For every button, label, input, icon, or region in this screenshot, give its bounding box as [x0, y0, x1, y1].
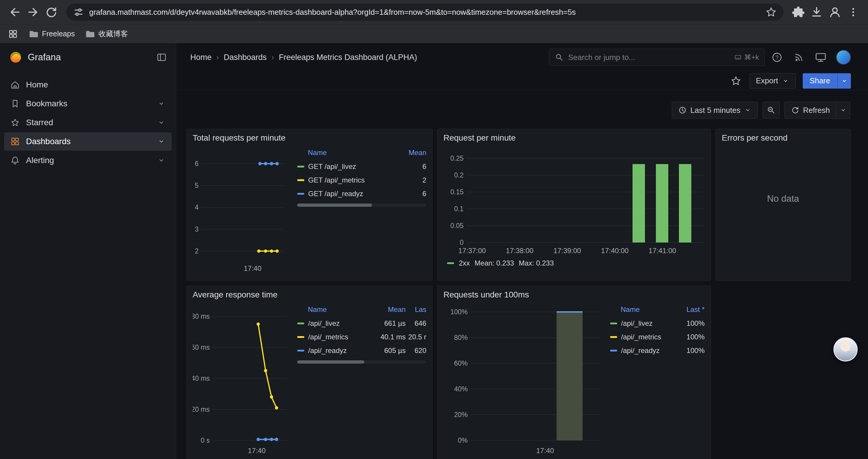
svg-text:0.05: 0.05 — [450, 222, 464, 230]
legend-row[interactable]: /api/_livez661 µs646 — [297, 317, 426, 330]
breadcrumb-current: Freeleaps Metrics Dashboard (ALPHA) — [279, 53, 417, 62]
svg-text:2: 2 — [195, 247, 198, 255]
panel-title[interactable]: Requests under 100ms — [443, 290, 705, 299]
series-swatch — [610, 323, 617, 324]
legend-col-mean[interactable]: Mean — [370, 305, 406, 314]
series-name[interactable]: GET /api/_readyz — [297, 190, 400, 198]
panel-errors-per-second: Errors per second No data — [716, 129, 850, 281]
legend-col-name[interactable]: Name — [297, 149, 400, 157]
sidebar-item-alerting[interactable]: Alerting — [4, 151, 172, 169]
profile-button[interactable] — [827, 4, 843, 21]
series-value: 40.1 ms — [370, 333, 406, 341]
reload-button[interactable] — [43, 4, 60, 21]
export-button[interactable]: Export — [749, 73, 795, 89]
search-input[interactable] — [568, 53, 730, 62]
series-name[interactable]: GET /api/_metrics — [297, 176, 400, 184]
app-header: Home › Dashboards › Freeleaps Metrics Da… — [176, 43, 868, 71]
sidebar-item-home[interactable]: Home — [4, 76, 172, 94]
rss-icon — [793, 52, 805, 63]
legend-scrollbar[interactable] — [297, 203, 426, 207]
favorite-dashboard-button[interactable] — [730, 74, 742, 88]
series-name[interactable]: /api/_livez — [610, 319, 678, 328]
menu-button[interactable] — [845, 4, 862, 21]
legend-row[interactable]: 2xx Mean: 0.233 Max: 0.233 — [447, 259, 705, 267]
legend-row[interactable]: GET /api/_livez6 — [297, 160, 426, 173]
svg-text:17:40: 17:40 — [244, 264, 261, 272]
url-bar[interactable]: grafana.mathmast.com/d/deytv4rwavabkb/fr… — [66, 4, 783, 21]
bookmark-label: Freeleaps — [42, 30, 75, 38]
sidebar-item-dashboards[interactable]: Dashboards — [4, 132, 172, 151]
series-name[interactable]: /api/_metrics — [610, 333, 678, 341]
bookmark-star-icon[interactable] — [765, 6, 777, 18]
panel-title[interactable]: Average response time — [193, 290, 426, 299]
legend-table: Name Mean GET /api/_livez6GET /api/_metr… — [297, 146, 426, 274]
requests-under-100ms-chart: 100%80%60%40%20%0%17:40 — [443, 302, 603, 459]
legend-col-name[interactable]: Name — [297, 305, 370, 314]
svg-text:17:40: 17:40 — [248, 447, 266, 455]
series-name[interactable]: /api/_metrics — [297, 333, 370, 341]
sidebar-item-bookmarks[interactable]: Bookmarks — [4, 95, 172, 113]
extensions-button[interactable] — [790, 4, 807, 21]
downloads-button[interactable] — [808, 4, 825, 21]
legend-scrollbar[interactable] — [297, 360, 426, 364]
series-name[interactable]: GET /api/_livez — [297, 162, 400, 171]
bookmark-folder-blogs[interactable]: 收藏博客 — [85, 29, 128, 39]
back-button[interactable] — [6, 4, 23, 21]
svg-text:20 ms: 20 ms — [193, 405, 210, 413]
keyboard-icon — [734, 54, 742, 61]
refresh-interval-caret[interactable] — [836, 102, 850, 119]
zoom-out-button[interactable] — [763, 102, 780, 119]
legend-col-last[interactable]: Last * — [678, 305, 705, 314]
svg-text:17:40: 17:40 — [536, 447, 554, 455]
chevron-down-icon — [744, 106, 752, 114]
panel-title[interactable]: Request per minute — [443, 133, 705, 143]
url-text[interactable]: grafana.mathmast.com/d/deytv4rwavabkb/fr… — [89, 8, 761, 17]
bookmark-folder-freeleaps[interactable]: Freeleaps — [28, 29, 75, 39]
help-button[interactable]: ? — [771, 51, 783, 64]
news-button[interactable] — [793, 51, 805, 64]
user-avatar[interactable] — [836, 50, 851, 65]
search-box[interactable]: ⌘+k — [549, 49, 765, 66]
svg-text:0.25: 0.25 — [450, 155, 464, 162]
sidebar-collapse-icon[interactable] — [156, 52, 167, 63]
sidebar-nav: Home Bookmarks Starred Dashboards — [0, 71, 176, 169]
legend-row[interactable]: GET /api/_readyz6 — [297, 187, 426, 201]
svg-text:5: 5 — [195, 182, 198, 189]
legend-col-name[interactable]: Name — [610, 305, 678, 314]
series-value: 100% — [678, 347, 705, 355]
series-name[interactable]: /api/_livez — [297, 319, 370, 328]
share-button[interactable]: Share — [803, 73, 837, 89]
assistant-avatar[interactable] — [833, 337, 858, 362]
series-swatch — [297, 350, 304, 352]
legend-row[interactable]: GET /api/_metrics2 — [297, 173, 426, 187]
search-icon — [555, 53, 564, 62]
share-caret-button[interactable] — [837, 73, 851, 89]
series-name[interactable]: /api/_readyz — [610, 347, 678, 355]
legend-col-mean[interactable]: Mean — [400, 149, 426, 157]
time-range-button[interactable]: Last 5 minutes — [672, 102, 758, 119]
breadcrumb-home[interactable]: Home — [190, 53, 212, 62]
dashboard-canvas: Last 5 minutes Refresh — [176, 90, 868, 459]
time-controls: Last 5 minutes Refresh — [186, 102, 850, 119]
legend-row[interactable]: /api/_readyz605 µs620 — [297, 344, 426, 357]
sidebar: Grafana Home Bookmarks Starred — [0, 43, 176, 459]
legend-row[interactable]: /api/_metrics100% — [610, 330, 705, 344]
refresh-icon — [790, 106, 800, 114]
series-name[interactable]: /api/_readyz — [297, 347, 370, 355]
forward-button[interactable] — [25, 4, 41, 21]
sidebar-item-starred[interactable]: Starred — [4, 113, 172, 132]
svg-text:6: 6 — [195, 160, 198, 167]
kiosk-button[interactable] — [814, 51, 827, 64]
legend-row[interactable]: /api/_livez100% — [610, 317, 705, 330]
apps-grid-icon[interactable] — [8, 29, 18, 39]
panel-title[interactable]: Errors per second — [722, 133, 844, 143]
search-shortcut: ⌘+k — [734, 53, 759, 61]
breadcrumb-dashboards[interactable]: Dashboards — [224, 53, 267, 62]
site-info-icon[interactable] — [73, 6, 85, 18]
bell-icon — [10, 155, 20, 165]
panel-title[interactable]: Total requests per minute — [193, 133, 426, 143]
legend-row[interactable]: /api/_metrics40.1 ms20.5 r — [297, 330, 426, 344]
legend-row[interactable]: /api/_readyz100% — [610, 344, 705, 357]
legend-col-last[interactable]: Las — [406, 305, 426, 314]
refresh-button[interactable]: Refresh — [784, 102, 836, 119]
